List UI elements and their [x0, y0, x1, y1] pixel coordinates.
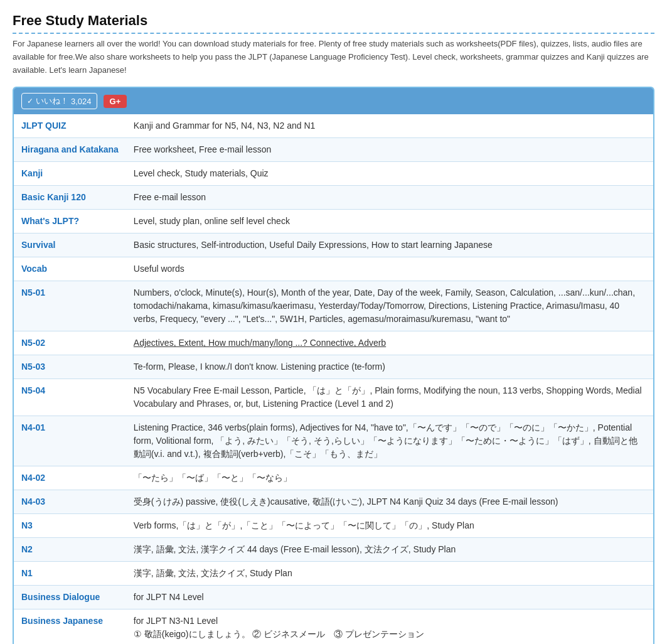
row-value-n5-01: Numbers, o'clock, Minute(s), Hour(s), Mo…	[126, 281, 653, 331]
row-label-n1[interactable]: N1	[14, 562, 126, 586]
row-label-n4-02[interactable]: N4-02	[14, 466, 126, 490]
like-count: 3,024	[71, 97, 92, 106]
table-row: What's JLPT?Level, study plan, online se…	[14, 210, 653, 233]
row-value-hiragana-katakana: Free worksheet, Free e-mail lesson	[126, 138, 653, 162]
table-row: Business Japanesefor JLPT N3-N1 Level① 敬…	[14, 609, 653, 644]
row-value-business-japanese: for JLPT N3-N1 Level① 敬語(keigo)にしましょう。 ②…	[126, 609, 653, 644]
row-label-n4-01[interactable]: N4-01	[14, 416, 126, 466]
table-row: VocabUseful words	[14, 257, 653, 281]
row-label-kanji[interactable]: Kanji	[14, 162, 126, 186]
row-value-n5-02: Adjectives, Extent, How much/many/long .…	[126, 331, 653, 355]
table-row: N2漢字, 語彙, 文法, 漢字クイズ 44 days (Free E-mail…	[14, 538, 653, 562]
row-value-survival: Basic structures, Self-introduction, Use…	[126, 233, 653, 257]
table-row: Business Dialoguefor JLPT N4 Level	[14, 586, 653, 609]
checkmark-icon: ✓	[27, 97, 33, 105]
row-value-n3: Verb forms,「は」と「が」,「こと」「〜によって」「〜に関して」「の」…	[126, 514, 653, 538]
row-value-n4-01: Listening Practice, 346 verbs(plain form…	[126, 416, 653, 466]
row-value-kanji: Level check, Study materials, Quiz	[126, 162, 653, 186]
row-label-n5-04[interactable]: N5-04	[14, 379, 126, 416]
row-label-jlpt-quiz[interactable]: JLPT QUIZ	[14, 114, 126, 138]
row-value-n4-02: 「〜たら」「〜ば」「〜と」「〜なら」	[126, 466, 653, 490]
row-value-n5-03: Te-form, Please, I know./I don't know. L…	[126, 355, 653, 379]
card-header: ✓ いいね！ 3,024 G+	[14, 88, 653, 114]
table-row: N4-03受身(うけみ) passive, 使役(しえき)causative, …	[14, 490, 653, 514]
table-row: Hiragana and KatakanaFree worksheet, Fre…	[14, 138, 653, 162]
row-label-vocab[interactable]: Vocab	[14, 257, 126, 281]
row-label-n5-02[interactable]: N5-02	[14, 331, 126, 355]
table-row: SurvivalBasic structures, Self-introduct…	[14, 233, 653, 257]
table-row: Basic Kanji 120Free e-mail lesson	[14, 186, 653, 210]
row-label-business-japanese[interactable]: Business Japanese	[14, 609, 126, 644]
like-button[interactable]: ✓ いいね！ 3,024	[21, 93, 97, 109]
row-label-hiragana-katakana[interactable]: Hiragana and Katakana	[14, 138, 126, 162]
row-label-n4-03[interactable]: N4-03	[14, 490, 126, 514]
row-label-n3[interactable]: N3	[14, 514, 126, 538]
row-value-n2: 漢字, 語彙, 文法, 漢字クイズ 44 days (Free E-mail l…	[126, 538, 653, 562]
row-label-survival[interactable]: Survival	[14, 233, 126, 257]
table-row: N1漢字, 語彙, 文法, 文法クイズ, Study Plan	[14, 562, 653, 586]
table-row: N4-01Listening Practice, 346 verbs(plain…	[14, 416, 653, 466]
row-value-whats-jlpt: Level, study plan, online self level che…	[126, 210, 653, 233]
table-row: JLPT QUIZKanji and Grammar for N5, N4, N…	[14, 114, 653, 138]
gplus-button[interactable]: G+	[104, 95, 127, 108]
row-label-n5-01[interactable]: N5-01	[14, 281, 126, 331]
row-label-business-dialogue[interactable]: Business Dialogue	[14, 586, 126, 609]
row-value-business-dialogue: for JLPT N4 Level	[126, 586, 653, 609]
row-label-n5-03[interactable]: N5-03	[14, 355, 126, 379]
table-row: KanjiLevel check, Study materials, Quiz	[14, 162, 653, 186]
row-value-vocab: Useful words	[126, 257, 653, 281]
table-row: N5-02Adjectives, Extent, How much/many/l…	[14, 331, 653, 355]
table-row: N4-02「〜たら」「〜ば」「〜と」「〜なら」	[14, 466, 653, 490]
row-value-n5-04: N5 Vocabulary Free E-mail Lesson, Partic…	[126, 379, 653, 416]
table-row: N5-04N5 Vocabulary Free E-mail Lesson, P…	[14, 379, 653, 416]
like-label: いいね！	[36, 95, 68, 107]
table-row: N3Verb forms,「は」と「が」,「こと」「〜によって」「〜に関して」「…	[14, 514, 653, 538]
row-label-n2[interactable]: N2	[14, 538, 126, 562]
table-row: N5-01Numbers, o'clock, Minute(s), Hour(s…	[14, 281, 653, 331]
row-value-jlpt-quiz: Kanji and Grammar for N5, N4, N3, N2 and…	[126, 114, 653, 138]
study-materials-card: ✓ いいね！ 3,024 G+ JLPT QUIZKanji and Gramm…	[13, 87, 654, 644]
row-label-whats-jlpt[interactable]: What's JLPT?	[14, 210, 126, 233]
row-label-basic-kanji-120[interactable]: Basic Kanji 120	[14, 186, 126, 210]
page-title: Free Study Materials	[13, 13, 654, 34]
page-description: For Japanese learners all over the world…	[13, 38, 654, 77]
materials-table: JLPT QUIZKanji and Grammar for N5, N4, N…	[14, 114, 653, 644]
row-value-n4-03: 受身(うけみ) passive, 使役(しえき)causative, 敬語(けい…	[126, 490, 653, 514]
row-value-basic-kanji-120: Free e-mail lesson	[126, 186, 653, 210]
row-value-n1: 漢字, 語彙, 文法, 文法クイズ, Study Plan	[126, 562, 653, 586]
table-row: N5-03Te-form, Please, I know./I don't kn…	[14, 355, 653, 379]
